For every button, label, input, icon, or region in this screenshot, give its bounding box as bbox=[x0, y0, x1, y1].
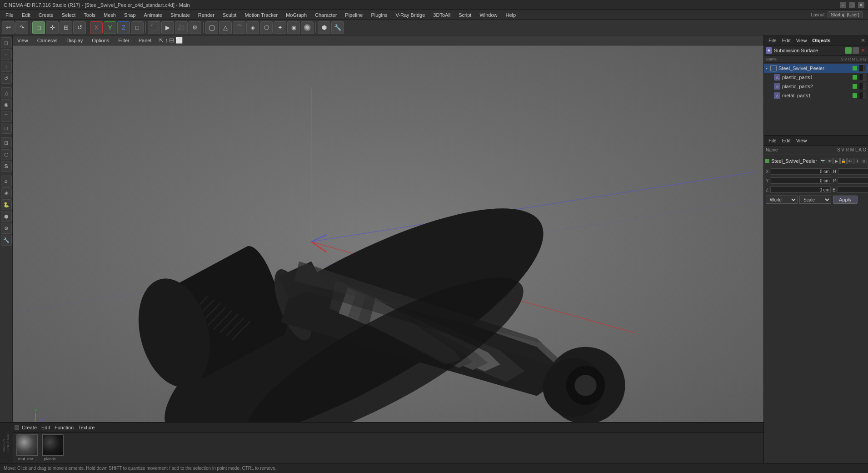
menu-select[interactable]: Select bbox=[58, 11, 80, 19]
move-tool-button[interactable]: ✛ bbox=[46, 21, 59, 34]
mat-menu-create[interactable]: Create bbox=[22, 425, 37, 430]
scale-tool-button[interactable]: ⊞ bbox=[60, 21, 72, 34]
camera-button[interactable]: 🔘 bbox=[301, 21, 314, 34]
object-row-steel-swivel[interactable]: ▾ ○ Steel_Swivel_Peeler bbox=[764, 64, 868, 73]
undo-button[interactable]: ↩ bbox=[2, 21, 15, 34]
menu-character[interactable]: Character bbox=[311, 11, 340, 19]
menu-animate[interactable]: Animate bbox=[140, 11, 166, 19]
menu-sculpt[interactable]: Sculpt bbox=[219, 11, 240, 19]
menu-vray[interactable]: V-Ray Bridge bbox=[392, 11, 429, 19]
coord-y-pos[interactable] bbox=[771, 177, 831, 184]
viewport-menu-display[interactable]: Display bbox=[65, 37, 85, 44]
close-button[interactable]: ✕ bbox=[858, 2, 864, 8]
left-tool-curve[interactable]: 🐍 bbox=[1, 199, 12, 210]
menu-plugins[interactable]: Plugins bbox=[367, 11, 391, 19]
menu-render[interactable]: Render bbox=[195, 11, 218, 19]
left-tool-rotate[interactable]: ↺ bbox=[1, 73, 12, 84]
left-tool-select[interactable]: ◻ bbox=[1, 37, 12, 48]
coord-p-rot[interactable] bbox=[838, 177, 868, 184]
apply-button[interactable]: Apply bbox=[833, 196, 858, 204]
menu-window[interactable]: Window bbox=[476, 11, 501, 19]
attr-selected-row[interactable]: Steel_Swivel_Peeler 📷 👁 ▶ 🔒 🏷 ℹ ⊞ bbox=[764, 156, 868, 166]
objects-menu-objects[interactable]: Objects bbox=[810, 37, 832, 44]
material-thumb-plastic[interactable] bbox=[42, 434, 64, 456]
objects-menu-file[interactable]: File bbox=[767, 37, 778, 44]
left-tool-hex[interactable]: ⬢ bbox=[1, 211, 12, 222]
objects-close-icon[interactable]: ✕ bbox=[860, 47, 866, 54]
coord-z-pos[interactable] bbox=[770, 186, 831, 193]
left-tool-object[interactable]: △ bbox=[1, 87, 12, 98]
render-view-button[interactable]: ▶ bbox=[161, 21, 174, 34]
left-tool-gear[interactable]: ⚙ bbox=[1, 223, 12, 234]
left-tool-polys[interactable]: □ bbox=[1, 123, 12, 134]
mat-menu-edit[interactable]: Edit bbox=[41, 425, 50, 430]
attr-menu-file[interactable]: File bbox=[767, 137, 778, 144]
menu-mograph[interactable]: MoGraph bbox=[282, 11, 310, 19]
attr-icon-render[interactable]: ▶ bbox=[833, 158, 840, 164]
tag-button[interactable]: 🔧 bbox=[331, 21, 344, 34]
menu-snap[interactable]: Snap bbox=[120, 11, 140, 19]
menu-3dtoall[interactable]: 3DToAll bbox=[429, 11, 454, 19]
spline-button[interactable]: ⌒ bbox=[233, 21, 245, 34]
left-tool-move[interactable]: ↔ bbox=[1, 49, 12, 60]
objects-panel-close[interactable]: ✕ bbox=[861, 37, 865, 44]
menu-tools[interactable]: Tools bbox=[80, 11, 99, 19]
deformer-button[interactable]: ⬡ bbox=[260, 21, 273, 34]
attr-icon-lock[interactable]: 🔒 bbox=[840, 158, 847, 164]
coord-space-dropdown[interactable]: World Object bbox=[766, 196, 798, 204]
material-button[interactable]: ⬢ bbox=[318, 21, 330, 34]
menu-motion-tracker[interactable]: Motion Tracker bbox=[241, 11, 281, 19]
viewport-icon-maximize[interactable]: ⬜ bbox=[175, 37, 183, 44]
attr-icon-info[interactable]: ℹ bbox=[854, 158, 860, 164]
menu-help[interactable]: Help bbox=[502, 11, 520, 19]
coord-mode-dropdown[interactable]: Scale Move Rotate bbox=[799, 196, 831, 204]
render-picture-viewer[interactable]: 🎥 bbox=[175, 21, 188, 34]
light-button[interactable]: ◉ bbox=[287, 21, 300, 34]
x-axis-button[interactable]: X bbox=[90, 21, 103, 34]
minimize-button[interactable]: − bbox=[840, 2, 846, 8]
menu-mesh[interactable]: Mesh bbox=[100, 11, 120, 19]
viewport-menu-cameras[interactable]: Cameras bbox=[35, 37, 60, 44]
objects-menu-edit[interactable]: Edit bbox=[780, 37, 793, 44]
rotate-tool-button[interactable]: ↺ bbox=[73, 21, 86, 34]
attr-icon-expand[interactable]: ⊞ bbox=[861, 158, 867, 164]
menu-simulate[interactable]: Simulate bbox=[167, 11, 194, 19]
viewport-canvas[interactable]: Perspective bbox=[13, 45, 763, 438]
null-object-button[interactable]: ◯ bbox=[205, 21, 218, 34]
viewport-menu-panel[interactable]: Panel bbox=[137, 37, 153, 44]
viewport-nav-icon-1[interactable]: ⇱ bbox=[159, 37, 164, 44]
polygon-button[interactable]: △ bbox=[219, 21, 232, 34]
maximize-button[interactable]: □ bbox=[849, 2, 855, 8]
viewport-menu-options[interactable]: Options bbox=[90, 37, 111, 44]
primitive-button[interactable]: ◈ bbox=[246, 21, 259, 34]
left-tool-s[interactable]: S bbox=[1, 161, 12, 172]
left-tool-uvw[interactable]: ⊞ bbox=[1, 137, 12, 148]
attr-menu-edit[interactable]: Edit bbox=[780, 137, 793, 144]
viewport-nav-icon-2[interactable]: ↑ bbox=[165, 37, 168, 44]
left-tool-snap[interactable]: ⬡ bbox=[1, 149, 12, 160]
left-tool-points[interactable]: ◉ bbox=[1, 99, 12, 110]
material-item-metal[interactable]: mat_me... bbox=[16, 434, 38, 461]
coord-b-rot[interactable] bbox=[838, 186, 868, 193]
z-axis-button[interactable]: Z bbox=[117, 21, 130, 34]
objects-menu-view[interactable]: View bbox=[794, 37, 809, 44]
viewport-menu-view[interactable]: View bbox=[15, 37, 30, 44]
coord-h-rot[interactable] bbox=[838, 168, 868, 175]
effector-button[interactable]: ✦ bbox=[274, 21, 286, 34]
object-row-plastic2[interactable]: ▾ △ plastic_parts2 bbox=[768, 82, 868, 91]
left-tool-sculpt[interactable]: ⌀ bbox=[1, 176, 12, 186]
left-tool-edges[interactable]: ⌒ bbox=[1, 111, 12, 122]
object-mode-button[interactable]: ◻ bbox=[32, 21, 45, 34]
render-settings-button[interactable]: ⚙ bbox=[189, 21, 201, 34]
menu-edit[interactable]: Edit bbox=[18, 11, 34, 19]
attr-icon-tag[interactable]: 🏷 bbox=[847, 158, 853, 164]
attr-menu-view[interactable]: View bbox=[794, 137, 809, 144]
viewport-icon-camera[interactable]: ⊟ bbox=[169, 37, 174, 44]
left-tool-python[interactable]: 🔧 bbox=[1, 235, 12, 246]
attr-icon-camera[interactable]: 📷 bbox=[820, 158, 826, 164]
attr-icon-eye[interactable]: 👁 bbox=[827, 158, 833, 164]
viewport-menu-filter[interactable]: Filter bbox=[116, 37, 131, 44]
left-tool-scale[interactable]: ↕ bbox=[1, 61, 12, 72]
material-item-plastic[interactable]: plastic_... bbox=[42, 434, 64, 461]
mat-menu-texture[interactable]: Texture bbox=[78, 425, 95, 430]
